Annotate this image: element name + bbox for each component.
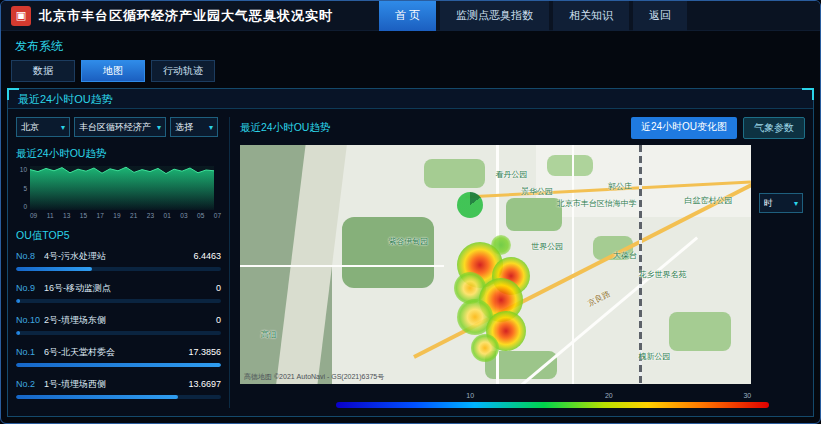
map-attribution: 高德地图 ©2021 AutoNavi - GS(2021)6375号 <box>244 372 384 382</box>
x-axis-tick: 03 <box>180 212 187 219</box>
city-select[interactable]: 北京 ▾ <box>16 117 70 137</box>
progress-fill <box>16 331 20 335</box>
nav-item-3[interactable]: 返回 <box>633 1 687 31</box>
x-axis-tick: 05 <box>197 212 204 219</box>
view-tabs: 数据地图行动轨迹 <box>1 55 820 88</box>
publish-system-label: 发布系统 <box>15 39 63 53</box>
x-axis-tick: 01 <box>164 212 171 219</box>
trend-y-axis: 1050 <box>16 166 30 210</box>
x-axis-tick: 13 <box>63 212 70 219</box>
app-title: 北京市丰台区循环经济产业园大气恶臭状况实时 <box>39 7 333 25</box>
heat-layer <box>240 145 751 384</box>
x-axis-tick: 09 <box>30 212 37 219</box>
nav-item-1[interactable]: 监测点恶臭指数 <box>440 1 549 31</box>
top5-row-text: No.84号-污水处理站6.4463 <box>16 250 221 263</box>
city-select-value: 北京 <box>21 121 39 134</box>
point-select-value: 选择 <box>175 121 193 134</box>
point-name: 2号-填埋场东侧 <box>44 314 106 327</box>
legend-tick: 20 <box>605 392 613 399</box>
chevron-down-icon: ▾ <box>61 123 65 132</box>
map-section-title: 最近24小时OU趋势 <box>240 121 330 135</box>
publish-system-bar: 发布系统 <box>1 31 820 55</box>
point-name: 4号-污水处理站 <box>44 250 106 263</box>
x-axis-tick: 19 <box>113 212 120 219</box>
progress-fill <box>16 299 20 303</box>
rank-label: No.10 <box>16 315 44 325</box>
trend-x-axis: 091113151719212301030507 <box>16 212 221 219</box>
weather-params-button[interactable]: 气象参数 <box>743 117 805 139</box>
park-select-value: 丰台区循环经济产 <box>79 121 151 134</box>
filter-row: 北京 ▾ 丰台区循环经济产 ▾ 选择 ▾ <box>16 117 221 137</box>
x-axis-tick: 21 <box>130 212 137 219</box>
point-value: 6.4463 <box>189 251 221 261</box>
nav-item-0[interactable]: 首 页 <box>379 1 436 31</box>
point-name: 1号-填埋场西侧 <box>44 378 106 391</box>
progress-track <box>16 267 221 271</box>
top5-title: OU值TOP5 <box>16 229 221 243</box>
top5-row: No.916号-移动监测点0 <box>16 282 221 303</box>
point-name: 16号-移动监测点 <box>44 282 111 295</box>
map-canvas[interactable]: 看丹公园景华公园北京市丰台区怡海中学郭公庄白盆窑村公园大葆台花乡世界名苑世界公园… <box>240 145 751 384</box>
rank-label: No.1 <box>16 347 44 357</box>
progress-fill <box>16 267 92 271</box>
chevron-down-icon: ▾ <box>794 199 798 208</box>
view-tab-2[interactable]: 行动轨迹 <box>151 60 215 82</box>
rank-label: No.9 <box>16 283 44 293</box>
progress-fill <box>16 395 178 399</box>
map-buttons: 近24小时OU变化图 气象参数 <box>631 117 805 139</box>
view-tab-0[interactable]: 数据 <box>11 60 75 82</box>
y-axis-tick: 5 <box>23 185 27 192</box>
main-panel: 最近24小时OU趋势 北京 ▾ 丰台区循环经济产 ▾ 选择 ▾ <box>7 88 814 417</box>
chevron-down-icon: ▾ <box>157 123 161 132</box>
rank-label: No.8 <box>16 251 44 261</box>
app-root: ▣ 北京市丰台区循环经济产业园大气恶臭状况实时 首 页监测点恶臭指数相关知识返回… <box>0 0 821 424</box>
left-sidebar: 北京 ▾ 丰台区循环经济产 ▾ 选择 ▾ 最近24小时OU趋势 1050 <box>16 117 230 408</box>
app-logo-icon: ▣ <box>11 6 31 26</box>
top-nav: 首 页监测点恶臭指数相关知识返回 <box>379 1 687 31</box>
top5-list: No.84号-污水处理站6.4463No.916号-移动监测点0No.102号-… <box>16 250 221 408</box>
x-axis-tick: 11 <box>47 212 54 219</box>
right-rail: 时 ▾ <box>751 145 805 384</box>
map-section: 最近24小时OU趋势 近24小时OU变化图 气象参数 <box>230 117 805 408</box>
panel-title: 最近24小时OU趋势 <box>8 89 813 109</box>
map-row: 看丹公园景华公园北京市丰台区怡海中学郭公庄白盆窑村公园大葆台花乡世界名苑世界公园… <box>240 145 805 384</box>
top5-row: No.16号-北天堂村委会17.3856 <box>16 346 221 367</box>
legend-tick: 30 <box>743 392 751 399</box>
top5-row-text: No.16号-北天堂村委会17.3856 <box>16 346 221 359</box>
map-header: 最近24小时OU趋势 近24小时OU变化图 气象参数 <box>240 117 805 139</box>
point-value: 0 <box>212 315 221 325</box>
trend-chart-title: 最近24小时OU趋势 <box>16 147 221 161</box>
chevron-down-icon: ▾ <box>209 123 213 132</box>
panel-body: 北京 ▾ 丰台区循环经济产 ▾ 选择 ▾ 最近24小时OU趋势 1050 <box>8 109 813 416</box>
legend-gradient-bar <box>336 402 769 408</box>
y-axis-tick: 0 <box>23 203 27 210</box>
top5-row: No.21号-填埋场西侧13.6697 <box>16 378 221 399</box>
trend-chart-svg <box>30 166 214 210</box>
progress-track <box>16 363 221 367</box>
ou-change-chart-button[interactable]: 近24小时OU变化图 <box>631 117 737 139</box>
progress-track <box>16 395 221 399</box>
progress-fill <box>16 363 221 367</box>
top5-row-text: No.916号-移动监测点0 <box>16 282 221 295</box>
nav-item-2[interactable]: 相关知识 <box>553 1 629 31</box>
view-tab-1[interactable]: 地图 <box>81 60 145 82</box>
x-axis-tick: 23 <box>147 212 154 219</box>
time-unit-select[interactable]: 时 ▾ <box>759 193 803 213</box>
time-unit-value: 时 <box>764 197 773 210</box>
top5-row-text: No.21号-填埋场西侧13.6697 <box>16 378 221 391</box>
point-name: 6号-北天堂村委会 <box>44 346 115 359</box>
y-axis-tick: 10 <box>20 166 27 173</box>
heat-legend: 102030 <box>336 392 769 408</box>
point-select[interactable]: 选择 ▾ <box>170 117 218 137</box>
progress-track <box>16 299 221 303</box>
point-value: 13.6697 <box>184 379 221 389</box>
top5-row: No.102号-填埋场东侧0 <box>16 314 221 335</box>
point-value: 17.3856 <box>184 347 221 357</box>
top5-row-text: No.102号-填埋场东侧0 <box>16 314 221 327</box>
x-axis-tick: 17 <box>97 212 104 219</box>
point-value: 0 <box>212 283 221 293</box>
heat-point <box>471 334 499 362</box>
x-axis-tick: 07 <box>214 212 221 219</box>
park-select[interactable]: 丰台区循环经济产 ▾ <box>74 117 166 137</box>
top5-row: No.84号-污水处理站6.4463 <box>16 250 221 271</box>
